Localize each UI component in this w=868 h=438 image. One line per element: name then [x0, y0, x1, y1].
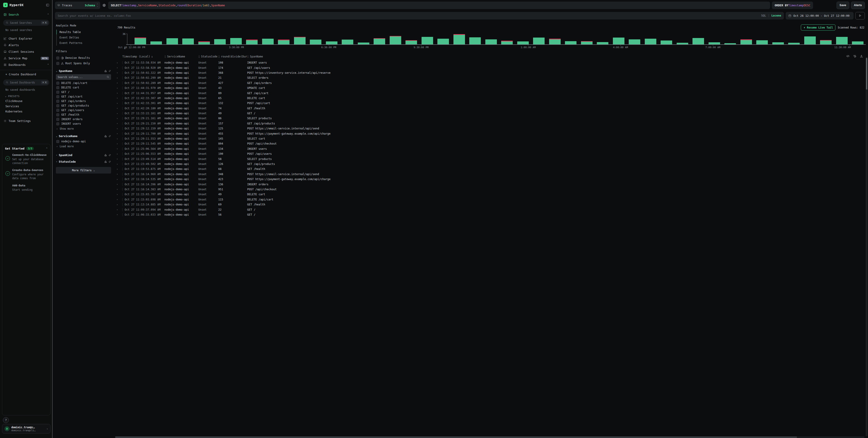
- table-row[interactable]: ›Oct 27 11:29:21.150 AMnodejs-demo-apiUn…: [114, 121, 434, 126]
- histogram-bar[interactable]: [403, 34, 420, 45]
- checkbox[interactable]: [56, 104, 59, 107]
- sidebar-scrollbar[interactable]: [52, 0, 53, 219]
- checkbox[interactable]: [56, 109, 59, 112]
- expand-row-icon[interactable]: ›: [117, 137, 122, 140]
- column-header-spanname[interactable]: SpanName: [247, 55, 434, 58]
- facet-value-row[interactable]: DELETE /api/cart: [56, 81, 111, 85]
- expand-row-icon[interactable]: ›: [117, 132, 122, 135]
- expand-row-icon[interactable]: ›: [117, 188, 122, 191]
- facet-statuscode-header[interactable]: › StatusCode: [56, 160, 111, 163]
- sidebar-item-team-settings[interactable]: Team Settings: [0, 118, 53, 124]
- histogram-bar[interactable]: [372, 34, 388, 45]
- saved-dashboards-input[interactable]: ⌘ K: [3, 80, 49, 86]
- expand-row-icon[interactable]: ›: [117, 147, 122, 150]
- facet-value-row[interactable]: GET /health: [56, 112, 111, 117]
- checkbox[interactable]: [56, 122, 59, 125]
- expand-row-icon[interactable]: ›: [117, 107, 122, 110]
- mode-event-deltas[interactable]: Event Deltas: [57, 35, 111, 40]
- sidebar-item-client-sessions[interactable]: Client Sessions: [0, 49, 53, 55]
- facet-value-row[interactable]: INSERT orders: [56, 117, 111, 121]
- table-row[interactable]: ›Oct 27 11:16:14.960 AMnodejs-demo-apiUn…: [114, 172, 434, 177]
- table-row[interactable]: ›Oct 27 11:15:03.707 AMnodejs-demo-apiUn…: [114, 192, 434, 197]
- column-header-statuscode[interactable]: StatusCode: [198, 55, 218, 58]
- expand-row-icon[interactable]: ›: [117, 203, 122, 206]
- table-row[interactable]: ›Oct 27 11:44:31.970 AMnodejs-demo-apiUn…: [114, 86, 434, 90]
- facet-chart-icon[interactable]: [104, 70, 107, 72]
- expand-row-icon[interactable]: ›: [117, 157, 122, 160]
- table-row[interactable]: ›Oct 27 11:16:14.535 AMnodejs-demo-apiUn…: [114, 177, 434, 182]
- table-row[interactable]: ›Oct 27 11:50:02.289 AMnodejs-demo-apiUn…: [114, 81, 434, 86]
- facet-value-row[interactable]: INSERT users: [56, 121, 111, 126]
- facet-chart-icon[interactable]: [104, 154, 107, 156]
- column-header-servicename[interactable]: ServiceName: [164, 55, 198, 58]
- expand-row-icon[interactable]: ›: [117, 208, 122, 211]
- table-row[interactable]: ›Oct 27 11:53:58.934 AMnodejs-demo-apiUn…: [114, 60, 434, 65]
- sidebar-item-chart-explorer[interactable]: Chart Explorer: [0, 35, 53, 42]
- expand-row-icon[interactable]: ›: [117, 112, 122, 115]
- table-row[interactable]: ›Oct 27 11:15:03.698 AMnodejs-demo-apiUn…: [114, 197, 434, 202]
- table-row[interactable]: ›Oct 27 11:25:06.553 AMnodejs-demo-apiUn…: [114, 151, 434, 156]
- expand-row-icon[interactable]: ›: [117, 183, 122, 186]
- event-search-input[interactable]: [58, 14, 434, 18]
- column-header-duration[interactable]: round(divide(Durat…: [218, 55, 247, 58]
- sidebar-item-alerts[interactable]: Alerts: [0, 42, 53, 49]
- expand-row-icon[interactable]: ›: [117, 163, 122, 166]
- facet-value-row[interactable]: GET /api/cart: [56, 94, 111, 99]
- table-row[interactable]: ›Oct 27 11:29:11.700 AMnodejs-demo-apiUn…: [114, 131, 434, 136]
- sidebar-item-service-map[interactable]: Service Map BETA: [0, 55, 53, 62]
- histogram-bar[interactable]: [180, 34, 196, 45]
- event-search-box[interactable]: SQL | Lucene: [55, 12, 434, 20]
- column-header-timestamp[interactable]: Timestamp (Local) ↓: [122, 55, 164, 58]
- checkbox[interactable]: [56, 100, 59, 103]
- expand-row-icon[interactable]: ›: [117, 92, 122, 94]
- facet-value-row[interactable]: GET /api/products: [56, 104, 111, 108]
- expand-row-icon[interactable]: ›: [117, 97, 122, 99]
- table-row[interactable]: ›Oct 27 11:16:14.396 AMnodejs-demo-apiUn…: [114, 182, 434, 187]
- table-row[interactable]: ›Oct 27 11:29:11.545 AMnodejs-demo-apiUn…: [114, 141, 434, 146]
- saved-dashboards-field[interactable]: [10, 81, 39, 84]
- table-row[interactable]: ›Oct 27 11:29:12.159 AMnodejs-demo-apiUn…: [114, 126, 434, 131]
- facet-chart-icon[interactable]: [104, 135, 107, 138]
- histogram-bar[interactable]: [355, 34, 372, 45]
- table-row[interactable]: ›Oct 27 11:50:02.322 AMnodejs-demo-apiUn…: [114, 70, 434, 75]
- expand-row-icon[interactable]: ›: [117, 213, 122, 216]
- facet-spanname-header[interactable]: ⌄ SpanName: [56, 69, 111, 72]
- histogram-bar[interactable]: [132, 34, 148, 45]
- table-row[interactable]: ›Oct 27 11:09:37.094 AMnodejs-demo-apiUn…: [114, 207, 434, 212]
- histogram-bar[interactable]: [148, 34, 164, 45]
- facet-pin-icon[interactable]: [108, 70, 111, 72]
- table-row[interactable]: ›Oct 27 11:29:21.161 AMnodejs-demo-apiUn…: [114, 116, 434, 121]
- facet-value-row[interactable]: nodejs-demo-api: [56, 139, 111, 144]
- source-settings-gear-icon[interactable]: [102, 4, 106, 7]
- histogram-bar[interactable]: [164, 34, 180, 45]
- checkbox[interactable]: [56, 118, 59, 121]
- facet-value-search[interactable]: [56, 74, 111, 80]
- expand-row-icon[interactable]: ›: [117, 71, 122, 74]
- table-row[interactable]: ›Oct 27 11:42:33.301 AMnodejs-demo-apiUn…: [114, 101, 434, 106]
- create-dashboard-button[interactable]: + Create Dashboard: [0, 71, 53, 78]
- expand-row-icon[interactable]: ›: [117, 87, 122, 90]
- more-filters-button[interactable]: More filters ⌄: [56, 167, 111, 174]
- get-started-step[interactable]: Add Data Start sending: [5, 183, 48, 192]
- show-more-link[interactable]: › Show more: [56, 126, 111, 131]
- histogram-bar[interactable]: [292, 34, 308, 45]
- table-row[interactable]: ›Oct 27 11:19:53.875 AMnodejs-demo-apiUn…: [114, 167, 434, 172]
- checkbox[interactable]: [56, 95, 59, 98]
- histogram-bar[interactable]: [323, 34, 340, 45]
- mode-results-table[interactable]: Results Table: [57, 29, 111, 35]
- sidebar-item-search[interactable]: Search ⌃: [0, 11, 53, 18]
- expand-row-icon[interactable]: ›: [117, 168, 122, 171]
- histogram-bar[interactable]: [340, 34, 356, 45]
- root-spans-toggle[interactable]: Root Spans Only: [56, 61, 111, 66]
- expand-row-icon[interactable]: ›: [117, 66, 122, 69]
- histogram-bar[interactable]: [276, 34, 292, 45]
- histogram-bar[interactable]: [244, 34, 260, 45]
- table-row[interactable]: ›Oct 27 11:16:14.383 AMnodejs-demo-apiUn…: [114, 187, 434, 192]
- facet-pin-icon[interactable]: [108, 135, 111, 138]
- expand-row-icon[interactable]: ›: [117, 127, 122, 130]
- checkbox[interactable]: [56, 86, 59, 89]
- get-started-step[interactable]: Connect to ClickHouse Set up your databa…: [5, 153, 48, 165]
- preset-services[interactable]: Services: [0, 104, 53, 109]
- table-row[interactable]: ›Oct 27 11:33:22.161 AMnodejs-demo-apiUn…: [114, 111, 434, 116]
- facet-pin-icon[interactable]: [108, 160, 111, 163]
